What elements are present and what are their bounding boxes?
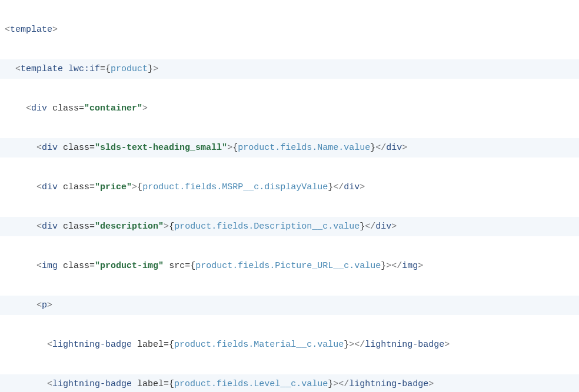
tag-div: div (42, 143, 58, 153)
equals: = (185, 261, 190, 271)
tag-lightning-badge-close: lightning-badge (349, 379, 428, 389)
brace-open: { (169, 379, 174, 389)
tag-div-close: div (344, 182, 360, 192)
tag-div: div (42, 222, 58, 232)
attr-src: src (169, 261, 185, 271)
brace-open: { (137, 182, 142, 192)
brace-close: } (381, 261, 386, 271)
code-line: <img class="product-img" src={product.fi… (0, 256, 579, 276)
expr-name: product.fields.Name.value (238, 143, 370, 153)
tag-lightning-badge: lightning-badge (52, 379, 132, 389)
brace-close: } (328, 379, 333, 389)
code-line: <div class="slds-text-heading_small">{pr… (0, 138, 579, 158)
attr-class: class (63, 261, 89, 271)
class-heading-small: "slds-text-heading_small" (95, 143, 227, 153)
expr-description: product.fields.Description__c.value (174, 222, 360, 232)
brace-close: } (344, 340, 349, 350)
equals: = (89, 261, 95, 271)
brace-open: { (169, 340, 174, 350)
brace-open: { (169, 222, 174, 232)
class-product-img: "product-img" (95, 261, 164, 271)
equals: = (164, 379, 169, 389)
brace-open: { (190, 261, 195, 271)
tag-lightning-badge-close: lightning-badge (365, 340, 444, 350)
tag-template: template (10, 25, 52, 35)
code-block: <template> <template lwc:if={product}> <… (0, 0, 579, 392)
tag-lightning-badge: lightning-badge (52, 340, 132, 350)
tag-div: div (31, 103, 47, 113)
tag-div-close: div (375, 222, 391, 232)
tag-p: p (42, 300, 47, 310)
expr-level: product.fields.Level__c.value (174, 379, 328, 389)
brace-open: { (105, 64, 111, 74)
attr-class: class (63, 143, 89, 153)
code-line: <template> (0, 20, 579, 40)
equals: = (79, 103, 84, 113)
attr-label: label (137, 340, 164, 350)
code-line: <div class="description">{product.fields… (0, 217, 579, 237)
code-line: <lightning-badge label={product.fields.L… (0, 374, 579, 393)
brace-close: } (360, 222, 365, 232)
class-container: "container" (84, 103, 142, 113)
tag-template: template (21, 64, 63, 74)
tag-div-close: div (386, 143, 402, 153)
expr-material: product.fields.Material__c.value (174, 340, 344, 350)
brace-close: } (370, 143, 375, 153)
equals: = (89, 222, 95, 232)
attr-class: class (63, 182, 89, 192)
code-line: <p> (0, 296, 579, 316)
code-line: <div class="price">{product.fields.MSRP_… (0, 177, 579, 197)
attr-class: class (52, 103, 79, 113)
equals: = (89, 143, 95, 153)
expr-product: product (111, 64, 148, 74)
expr-picture-url: product.fields.Picture_URL__c.value (195, 261, 381, 271)
brace-close: } (328, 182, 333, 192)
code-line: <template lwc:if={product}> (0, 59, 579, 79)
code-line: <lightning-badge label={product.fields.M… (0, 335, 579, 355)
class-price: "price" (95, 182, 132, 192)
equals: = (89, 182, 95, 192)
brace-close: } (148, 64, 153, 74)
attr-lwc-if: lwc:if (68, 64, 100, 74)
equals: = (100, 64, 105, 74)
equals: = (164, 340, 169, 350)
attr-class: class (63, 222, 89, 232)
expr-msrp: product.fields.MSRP__c.displayValue (142, 182, 328, 192)
code-line: <div class="container"> (0, 99, 579, 119)
tag-img: img (42, 261, 58, 271)
tag-img-close: img (402, 261, 418, 271)
tag-div: div (42, 182, 58, 192)
class-description: "description" (95, 222, 164, 232)
attr-label: label (137, 379, 164, 389)
brace-open: { (232, 143, 238, 153)
